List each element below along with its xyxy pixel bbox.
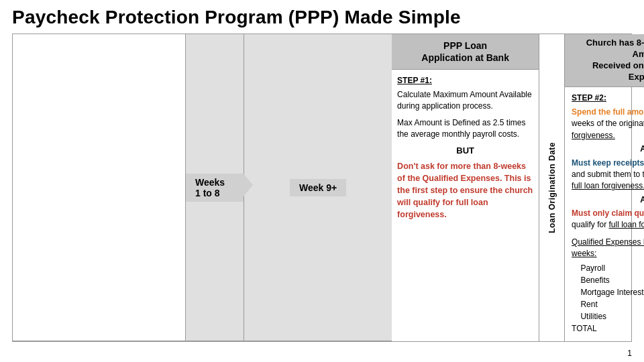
left-col-body: STEP #1: Calculate Maximum Amount Availa… bbox=[392, 70, 539, 341]
step2-intro: Spend the full amount received within 8-… bbox=[572, 107, 644, 141]
must-keep-text: Must keep receipts for all expenditures … bbox=[572, 158, 644, 192]
full-loan-forgiveness2: full loan forgiveness. bbox=[608, 220, 644, 229]
expense-row-rent: Rent $___________ bbox=[572, 298, 644, 310]
content-area: Weeks 1 to 8 Week 9+ PPP Loan Applicatio… bbox=[12, 34, 632, 342]
header-left-spacer bbox=[13, 34, 186, 341]
page-container: Paycheck Protection Program (PPP) Made S… bbox=[0, 0, 644, 362]
expense-label-utilities: Utilities bbox=[572, 310, 644, 322]
spend-full-amount: Spend the full amount bbox=[572, 107, 644, 117]
middle-col-body: STEP #2: Spend the full amount received … bbox=[565, 87, 644, 341]
middle-column: Church has 8-Weeks to Spend Amount Recei… bbox=[565, 34, 644, 341]
expense-label-mortgage: Mortgage Interest bbox=[572, 286, 644, 298]
page-title: Paycheck Protection Program (PPP) Made S… bbox=[12, 7, 632, 28]
step1-title: STEP #1: bbox=[397, 75, 533, 86]
weeks-arrow-label: Weeks 1 to 8 bbox=[186, 174, 244, 202]
expense-label-payroll: Payroll bbox=[572, 262, 644, 274]
and2-label: AND bbox=[572, 194, 644, 206]
expense-row-utilities: Utilities $___________ bbox=[572, 310, 644, 322]
expense-label-total: TOTAL bbox=[572, 322, 644, 335]
expense-row-total: TOTAL $___________ bbox=[572, 322, 644, 335]
middle-subheader-line1: Church has 8-Weeks to Spend Amount bbox=[586, 38, 644, 59]
expense-row-benefits: Benefits $___________ bbox=[572, 274, 644, 286]
header-middle: Weeks 1 to 8 bbox=[186, 34, 244, 341]
middle-subheader: Church has 8-Weeks to Spend Amount Recei… bbox=[565, 34, 644, 87]
left-col-header-line2: Application at Bank bbox=[421, 52, 509, 63]
header-right: Week 9+ bbox=[244, 34, 392, 341]
max-amount-text: Max Amount is Defined as 2.5 times the a… bbox=[397, 117, 533, 140]
week9-label: Week 9+ bbox=[290, 179, 346, 196]
page-number: 1 bbox=[627, 349, 632, 358]
expense-row-mortgage: Mortgage Interest $___________ bbox=[572, 286, 644, 298]
left-col-header: PPP Loan Application at Bank bbox=[392, 34, 539, 70]
header-row: Weeks 1 to 8 Week 9+ bbox=[13, 34, 392, 341]
but-label: BUT bbox=[397, 145, 533, 157]
must-only-text: Must only claim qualified expenses to qu… bbox=[572, 208, 644, 231]
step2-title: STEP #2: bbox=[572, 93, 644, 104]
origination-column: Loan Origination Date bbox=[539, 34, 565, 341]
origination-label: Loan Origination Date bbox=[547, 142, 557, 233]
step1-text: Calculate Maximum Amount Available durin… bbox=[397, 89, 533, 112]
must-only-bold: Must only claim qualified expenses bbox=[572, 208, 644, 218]
qualified-section: Qualified Expenses Paid by Church for 8-… bbox=[572, 237, 644, 335]
must-keep-bold: Must keep receipts bbox=[572, 158, 644, 168]
expense-row-payroll: Payroll $___________ bbox=[572, 262, 644, 274]
expense-label-benefits: Benefits bbox=[572, 274, 644, 286]
middle-subheader-line2: Received on Only Qualified Expenses bbox=[592, 60, 644, 82]
full-loan-forgiveness1: full loan forgiveness. bbox=[572, 181, 644, 190]
warning-text: Don't ask for more than 8-weeks of the Q… bbox=[397, 160, 533, 221]
expense-label-rent: Rent bbox=[572, 298, 644, 310]
and1-label: AND bbox=[572, 143, 644, 155]
qualified-title: Qualified Expenses Paid by Church for 8-… bbox=[572, 237, 644, 260]
left-col-header-line1: PPP Loan bbox=[443, 40, 487, 51]
body-row: PPP Loan Application at Bank STEP #1: Ca… bbox=[392, 34, 644, 341]
left-column: PPP Loan Application at Bank STEP #1: Ca… bbox=[392, 34, 539, 341]
